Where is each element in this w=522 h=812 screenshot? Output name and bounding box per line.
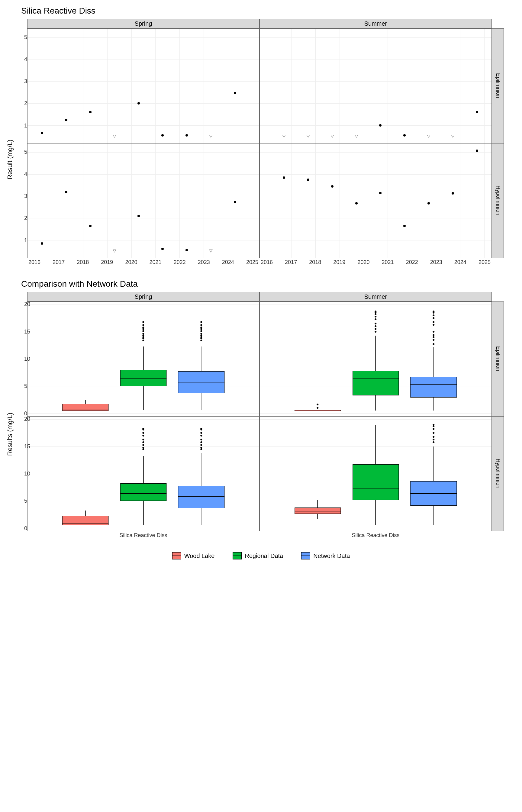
data-point: [427, 202, 430, 204]
data-point: [234, 201, 236, 203]
outlier: [433, 436, 435, 438]
outlier: [433, 321, 435, 323]
legend-label: Wood Lake: [184, 552, 215, 560]
outlier: [433, 339, 435, 341]
y-tick: 10: [24, 356, 501, 362]
outlier: [142, 439, 144, 441]
outlier: [433, 343, 435, 345]
x-tick: 2024: [454, 259, 466, 266]
data-point: [234, 92, 236, 94]
outlier: [200, 327, 202, 328]
legend-item-network-data: Network Data: [301, 552, 350, 560]
legend-item-regional-data: Regional Data: [233, 552, 283, 560]
data-point: [476, 111, 478, 113]
outlier: [142, 324, 144, 326]
scatter-chart-section: Silica Reactive Diss Result (mg/L) Sprin…: [6, 6, 516, 267]
data-point: [161, 248, 164, 250]
outlier: [200, 435, 202, 437]
outlier: [317, 407, 319, 409]
data-point: [331, 185, 334, 188]
legend-key-icon: [172, 552, 181, 560]
outlier: [433, 310, 435, 312]
y-tick: 20: [24, 416, 501, 422]
y-tick: 2: [24, 215, 501, 221]
outlier: [375, 313, 376, 315]
data-point: [307, 179, 309, 181]
data-point: [403, 225, 406, 227]
outlier: [433, 441, 435, 443]
x-tick: 2021: [382, 259, 394, 266]
x-tick: 2017: [285, 259, 297, 266]
y-tick: 3: [24, 193, 501, 199]
data-point: [89, 111, 92, 113]
boxplot-ylabel: Results (mg/L): [6, 413, 14, 456]
data-point-open: [113, 249, 116, 252]
x-tick: 2019: [101, 259, 113, 266]
data-point-open: [209, 249, 213, 252]
outlier: [433, 336, 435, 338]
x-tick: 2023: [430, 259, 442, 266]
y-tick: 20: [24, 301, 501, 307]
y-tick: 4: [24, 171, 501, 177]
y-tick: 15: [24, 328, 501, 335]
y-tick: 15: [24, 443, 501, 449]
outlier: [317, 404, 319, 405]
boxplot-title: Comparison with Network Data: [21, 279, 516, 289]
data-point: [41, 132, 43, 134]
y-tick: 5: [24, 383, 501, 389]
x-tick: 2019: [333, 259, 345, 266]
x-tick: 2018: [77, 259, 89, 266]
outlier: [433, 432, 435, 434]
outlier: [433, 428, 435, 430]
outlier: [375, 323, 376, 324]
y-tick: 1: [24, 237, 501, 243]
data-point: [161, 134, 164, 137]
data-point-open: [451, 135, 455, 138]
strip-top-summer: Summer: [260, 19, 492, 28]
x-category-label: Silica Reactive Diss: [119, 532, 167, 539]
strip-top-spring: Spring: [27, 19, 260, 28]
outlier: [200, 336, 202, 338]
data-point-open: [282, 135, 286, 138]
outlier: [142, 435, 144, 437]
strip-top-summer: Summer: [260, 292, 492, 302]
outlier: [200, 340, 202, 341]
outlier: [200, 324, 202, 326]
y-tick: 4: [24, 56, 501, 63]
outlier: [200, 321, 202, 323]
x-tick: 2018: [309, 259, 321, 266]
data-point: [185, 249, 188, 251]
data-point: [403, 134, 406, 137]
outlier: [142, 321, 144, 323]
data-point: [65, 119, 67, 121]
outlier: [142, 432, 144, 434]
x-tick: 2017: [53, 259, 65, 266]
data-point-open: [355, 135, 358, 138]
x-tick: 2024: [222, 259, 234, 266]
outlier: [375, 319, 376, 320]
y-tick: 0: [24, 525, 501, 531]
outlier: [200, 335, 202, 337]
data-point: [185, 134, 188, 137]
data-point-open: [113, 135, 116, 138]
y-tick: 5: [24, 34, 501, 40]
x-tick: 2020: [125, 259, 137, 266]
outlier: [433, 314, 435, 316]
y-tick: 5: [24, 149, 501, 155]
data-point-open: [427, 135, 430, 138]
outlier: [142, 335, 144, 337]
legend-key-icon: [233, 552, 242, 560]
outlier: [200, 432, 202, 434]
x-tick: 2016: [261, 259, 273, 266]
x-category-label: Silica Reactive Diss: [352, 532, 399, 539]
x-tick: 2020: [357, 259, 369, 266]
outlier: [375, 310, 376, 312]
x-tick: 2021: [149, 259, 162, 266]
outlier: [375, 325, 376, 327]
legend-label: Regional Data: [245, 552, 283, 560]
y-tick: 1: [24, 122, 501, 129]
x-tick: 2025: [246, 259, 258, 266]
data-point-open: [306, 135, 310, 138]
boxplot-facet-grid: SpringSummerEpilimnionHypolimnionSilica …: [27, 292, 504, 540]
x-tick: 2016: [28, 259, 40, 266]
